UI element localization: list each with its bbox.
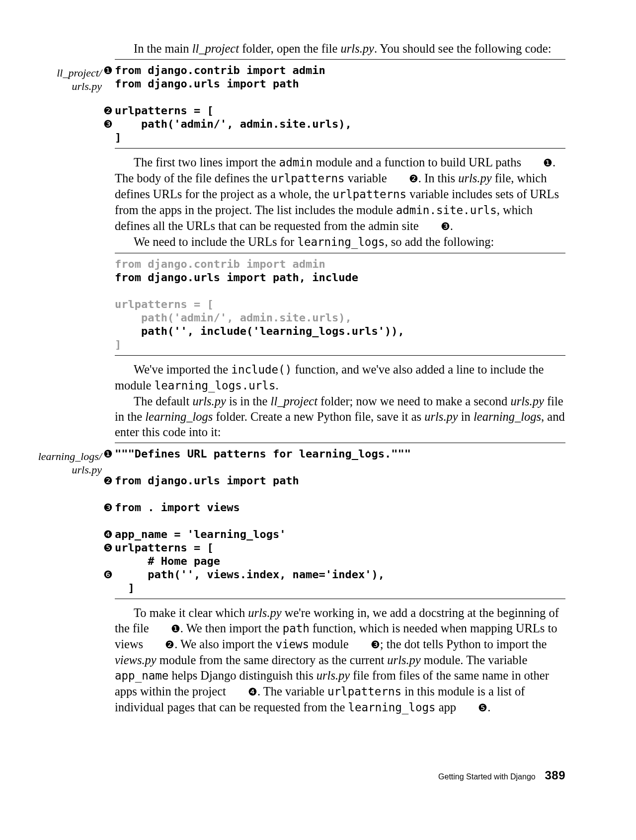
code-line: ❶"""Defines URL patterns for learning_lo…	[115, 447, 565, 460]
callout-3-icon: ❸	[102, 501, 113, 514]
code-line: from django.contrib import admin	[115, 257, 565, 271]
page-number: 389	[545, 768, 565, 782]
text: folder, open the file	[239, 42, 340, 55]
code-ref: urlpatterns	[271, 172, 345, 185]
code-ref: urlpatterns	[332, 188, 406, 201]
filename-ref: views.py	[115, 653, 157, 667]
margin-label-file: urls.py	[0, 463, 102, 476]
code-line: ]	[115, 131, 565, 144]
intro-paragraph: In the main ll_project folder, open the …	[115, 41, 565, 56]
filename-ref: urls.py	[341, 42, 374, 55]
text: variable	[345, 171, 390, 185]
callout-4-icon: ❹	[229, 684, 257, 699]
code-line: urlpatterns = [	[115, 298, 565, 311]
filename-ref: urls.py	[458, 171, 491, 185]
text: module and a function to build URL paths	[313, 155, 524, 169]
page-footer: Getting Started with Django 389	[438, 768, 565, 782]
text: . The variable	[257, 685, 327, 698]
filename-ref: learning_logs	[474, 410, 541, 423]
text: folder. Create a new Python file, save i…	[213, 410, 424, 423]
text: folder; now we need to make a second	[318, 394, 510, 408]
text: app	[436, 700, 460, 714]
margin-label-folder: ll_project/	[0, 66, 102, 79]
code-line: ]	[115, 581, 565, 595]
callout-5-icon: ❺	[459, 700, 487, 715]
callout-2-icon: ❷	[102, 474, 113, 487]
text: .	[487, 700, 490, 714]
filename-ref: urls.py	[317, 669, 350, 682]
margin-label-2: learning_logs/ urls.py	[0, 450, 102, 476]
code-ref: learning_logs.urls	[155, 379, 276, 392]
callout-1-icon: ❶	[102, 64, 113, 77]
margin-label-folder: learning_logs/	[0, 450, 102, 463]
code-ref: views	[275, 638, 309, 651]
callout-3-icon: ❸	[102, 117, 113, 131]
text: We need to include the URLs for	[134, 235, 297, 248]
code-line: path('admin/', admin.site.urls),	[115, 311, 565, 324]
code-ref: include()	[231, 363, 292, 376]
code-ref: admin.site.urls	[396, 204, 497, 217]
filename-ref: urls.py	[424, 410, 458, 423]
code-block-2: from django.contrib import admin from dj…	[115, 253, 565, 356]
paragraph-2: The first two lines import the admin mod…	[115, 154, 565, 250]
text: helps Django distinguish this	[168, 669, 316, 682]
callout-2-icon: ❷	[102, 104, 113, 117]
text: . In this	[418, 171, 458, 185]
code-block-3: ❶"""Defines URL patterns for learning_lo…	[115, 443, 565, 599]
text: . We then import the	[180, 621, 283, 635]
text: is in the	[226, 394, 271, 408]
code-line: ❷urlpatterns = [	[115, 104, 565, 117]
code-line: ]	[115, 338, 565, 351]
callout-1-icon: ❶	[102, 447, 113, 460]
code-ref: app_name	[115, 669, 168, 682]
code-line: from django.urls import path	[115, 77, 565, 90]
code-line: ❸from . import views	[115, 501, 565, 514]
filename-ref: urls.py	[248, 606, 281, 619]
text: module. The variable	[421, 653, 528, 667]
code-line: ❹app_name = 'learning_logs'	[115, 528, 565, 541]
callout-2-icon: ❷	[146, 637, 174, 652]
filename-ref: urls.py	[387, 653, 420, 667]
code-line: ❸ path('admin/', admin.site.urls),	[115, 117, 565, 131]
code-line: ❶from django.contrib import admin	[115, 64, 565, 77]
text: . You should see the following code:	[374, 42, 552, 55]
text: The default	[134, 394, 192, 408]
text: ; the dot tells Python to import the	[380, 637, 547, 651]
code-line: ❷from django.urls import path	[115, 474, 565, 487]
code-ref: learning_logs	[348, 701, 435, 714]
text: .	[450, 219, 453, 232]
text: in	[458, 410, 474, 423]
code-line: # Home page	[115, 554, 565, 568]
text: We've imported the	[134, 363, 231, 376]
callout-6-icon: ❻	[102, 568, 113, 581]
page: In the main ll_project folder, open the …	[0, 0, 636, 840]
paragraph-4-5: We've imported the include() function, a…	[115, 362, 565, 440]
text: The first two lines import the	[134, 155, 279, 169]
margin-label-file: urls.py	[0, 79, 102, 93]
text: . We also import the	[174, 637, 275, 651]
callout-1-icon: ❶	[524, 155, 553, 170]
chapter-title: Getting Started with Django	[438, 772, 536, 781]
callout-3-icon: ❸	[422, 219, 450, 234]
text: , so add the following:	[385, 235, 494, 248]
text: module	[309, 637, 352, 651]
code-line: from django.urls import path, include	[115, 271, 565, 284]
text: .	[275, 379, 278, 392]
callout-4-icon: ❹	[102, 528, 113, 541]
callout-5-icon: ❺	[102, 541, 113, 554]
callout-1-icon: ❶	[152, 621, 180, 636]
margin-label-1: ll_project/ urls.py	[0, 66, 102, 93]
text: To make it clear which	[134, 606, 248, 619]
text: In the main	[134, 42, 192, 55]
code-block-1: ❶from django.contrib import admin from d…	[115, 59, 565, 149]
filename-ref: ll_project	[192, 42, 239, 55]
callout-2-icon: ❷	[390, 171, 418, 186]
filename-ref: urls.py	[510, 394, 544, 408]
code-line: ❻ path('', views.index, name='index'),	[115, 568, 565, 581]
code-ref: path	[283, 622, 310, 635]
code-ref: learning_logs	[297, 235, 385, 248]
text: module from the same directory as the cu…	[157, 653, 388, 667]
code-line: ❺urlpatterns = [	[115, 541, 565, 554]
filename-ref: urls.py	[192, 394, 226, 408]
callout-3-icon: ❸	[352, 637, 380, 652]
